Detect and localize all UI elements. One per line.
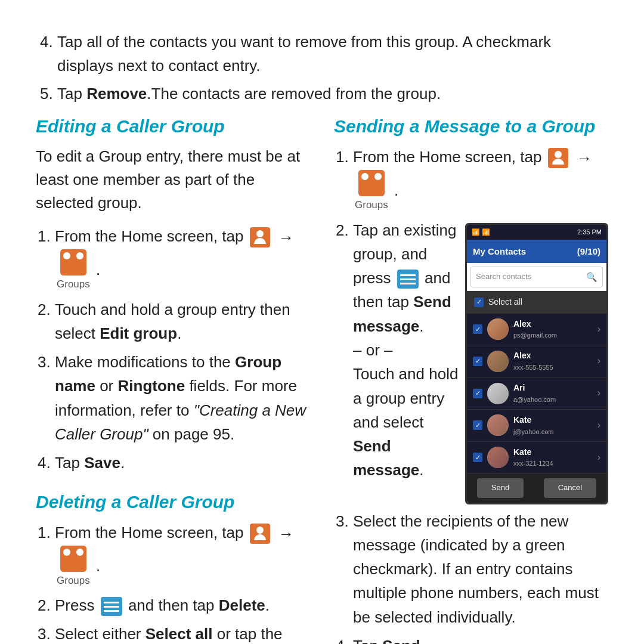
editing-step-4-text: Tap Save. [55, 454, 125, 472]
phone-search-placeholder: Search contacts [476, 271, 531, 283]
contact-4-email: j@yahoo.com [513, 427, 593, 437]
contact-4-check: ✓ [473, 420, 482, 430]
groups-icon [60, 249, 86, 275]
editing-intro: To edit a Group entry, there must be at … [36, 145, 310, 215]
sending-step-2-text: Tap an existing group, and press and the… [353, 221, 458, 479]
sending-section: Sending a Message to a Group From the Ho… [334, 116, 608, 644]
contact-5-avatar [487, 447, 509, 468]
contact-5-chevron: › [597, 450, 600, 465]
contact-4-info: Kate j@yahoo.com [513, 414, 593, 437]
contact-4-chevron: › [597, 418, 600, 433]
contact-row-5[interactable]: ✓ Kate xxx-321-1234 › [467, 442, 606, 474]
contact-2-name: Alex [513, 349, 593, 363]
contact-3-name: Ari [513, 382, 593, 395]
phone-footer: Send Cancel [467, 473, 606, 502]
groups-block-3: Groups [355, 170, 388, 213]
groups-label-3: Groups [355, 197, 388, 213]
sending-step-3-text: Select the recipients of the new message… [353, 512, 599, 626]
phone-status-bar: 📶 📶 2:35 PM [467, 225, 606, 240]
contact-1-avatar [487, 318, 509, 340]
editing-steps-list: From the Home screen, tap → Groups . [36, 224, 310, 475]
phone-select-all[interactable]: ✓ Select all [467, 291, 606, 314]
groups-block-2: Groups [57, 546, 90, 589]
top-step-4-text: Tap all of the contacts you want to remo… [57, 33, 551, 75]
phone-screenshot: 📶 📶 2:35 PM My Contacts (9/10) Search co… [465, 223, 608, 504]
contact-3-avatar [487, 383, 509, 404]
groups-icon-2 [60, 546, 86, 572]
contact-2-info: Alex xxx-555-5555 [513, 349, 593, 373]
contact-row-3[interactable]: ✓ Ari a@yahoo.com › [467, 377, 606, 410]
menu-icon-2 [397, 270, 419, 289]
editing-step-2: Touch and hold a group entry then select… [55, 298, 310, 346]
contact-2-avatar [487, 351, 509, 372]
contact-1-email: ps@gmail.com [513, 330, 593, 340]
deleting-section: Deleting a Caller Group From the Home sc… [36, 492, 310, 644]
contact-5-email: xxx-321-1234 [513, 459, 593, 469]
contact-1-info: Alex ps@gmail.com [513, 318, 593, 341]
person-icon-3 [548, 148, 568, 168]
right-column: Sending a Message to a Group From the Ho… [334, 116, 608, 644]
contact-row-4[interactable]: ✓ Kate j@yahoo.com › [467, 410, 606, 442]
deleting-step-2: Press and then tap Delete. [55, 593, 310, 617]
groups-block: Groups [57, 249, 90, 292]
editing-step-1-text: From the Home screen, tap → Groups . [55, 227, 296, 278]
phone-send-button[interactable]: Send [477, 478, 524, 497]
sending-step-4-text: Tap Send. [353, 637, 425, 644]
sending-step-3: Select the recipients of the new message… [353, 509, 608, 629]
left-column: Editing a Caller Group To edit a Group e… [36, 116, 310, 644]
top-step-4: Tap all of the contacts you want to remo… [57, 30, 608, 78]
menu-icon [101, 597, 122, 616]
search-icon: 🔍 [586, 270, 597, 284]
two-column-layout: Editing a Caller Group To edit a Group e… [36, 116, 608, 644]
deleting-section-title: Deleting a Caller Group [36, 492, 310, 512]
sending-step-2-content: 📶 📶 2:35 PM My Contacts (9/10) Search co… [353, 218, 608, 504]
contact-1-check: ✓ [473, 324, 482, 334]
phone-cancel-button[interactable]: Cancel [544, 478, 596, 497]
phone-search-bar[interactable]: Search contacts 🔍 [470, 267, 603, 287]
contact-row-1[interactable]: ✓ Alex ps@gmail.com › [467, 314, 606, 346]
groups-label: Groups [57, 277, 90, 292]
contact-2-chevron: › [597, 354, 600, 369]
editing-step-2-text: Touch and hold a group entry then select… [55, 301, 290, 342]
groups-label-2: Groups [57, 573, 90, 589]
person-icon [250, 227, 270, 247]
phone-header: My Contacts (9/10) [467, 240, 606, 263]
arrow-icon-2: → [278, 522, 294, 546]
sending-step-4: Tap Send. [353, 634, 608, 644]
top-step-5-text: Tap Remove.The contacts are removed from… [57, 85, 441, 103]
contact-1-chevron: › [597, 322, 600, 337]
sending-steps-list: From the Home screen, tap → Groups . [334, 145, 608, 644]
page: Tap all of the contacts you want to remo… [0, 0, 644, 644]
sending-step-2: 📶 📶 2:35 PM My Contacts (9/10) Search co… [353, 218, 608, 504]
editing-step-4: Tap Save. [55, 451, 310, 475]
select-all-label: Select all [488, 296, 522, 309]
editing-step-1: From the Home screen, tap → Groups . [55, 224, 310, 293]
contact-5-check: ✓ [473, 453, 482, 462]
sending-step-1-text: From the Home screen, tap → Groups . [353, 148, 595, 199]
editing-section: Editing a Caller Group To edit a Group e… [36, 116, 310, 475]
contact-4-avatar [487, 414, 509, 436]
groups-icon-3 [358, 170, 385, 196]
deleting-steps-list: From the Home screen, tap → Groups . [36, 521, 310, 644]
contact-3-email: a@yahoo.com [513, 395, 593, 405]
deleting-step-1: From the Home screen, tap → Groups . [55, 521, 310, 589]
contact-1-name: Alex [513, 318, 593, 331]
top-step-5: Tap Remove.The contacts are removed from… [57, 82, 608, 106]
editing-section-title: Editing a Caller Group [36, 116, 310, 137]
arrow-icon: → [278, 225, 294, 249]
phone-header-title: My Contacts [473, 244, 526, 258]
contact-3-info: Ari a@yahoo.com [513, 382, 593, 405]
phone-header-count: (9/10) [577, 244, 600, 258]
arrow-icon-3: → [577, 146, 592, 170]
select-all-check: ✓ [474, 298, 484, 307]
contact-5-name: Kate [513, 446, 593, 459]
contact-row-2[interactable]: ✓ Alex xxx-555-5555 › [467, 345, 606, 377]
contact-3-check: ✓ [473, 389, 482, 398]
contact-4-name: Kate [513, 414, 593, 427]
sending-section-title: Sending a Message to a Group [334, 116, 608, 137]
contact-3-chevron: › [597, 386, 600, 401]
status-left: 📶 📶 [472, 227, 490, 237]
contact-5-info: Kate xxx-321-1234 [513, 446, 593, 469]
contact-2-email: xxx-555-5555 [513, 363, 593, 373]
deleting-step-2-text: Press and then tap Delete. [55, 596, 270, 614]
